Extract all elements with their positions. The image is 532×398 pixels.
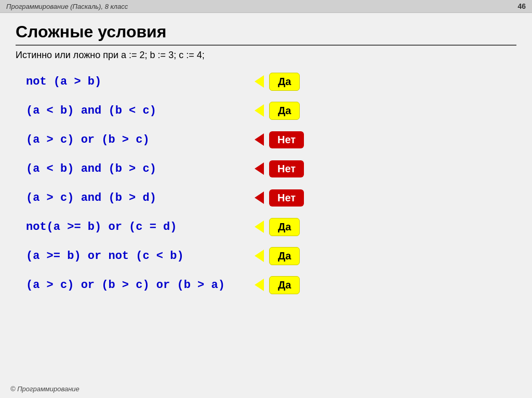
expressions-list: not (a > b)Да(a < b) and (b < c)Да(a > c…: [26, 68, 516, 298]
callout-arrow-5: Нет: [255, 189, 304, 207]
top-bar: Программирование (Паскаль), 8 класс 46: [0, 0, 532, 13]
callout-arrow-3: Нет: [255, 131, 304, 148]
callout-arrow-2: Да: [255, 102, 300, 120]
header-title: Программирование (Паскаль), 8 класс: [6, 3, 128, 10]
expression-row-2: (a < b) and (b < c)Да: [26, 97, 516, 124]
expression-text-5: (a > c) and (b > d): [26, 191, 255, 204]
expression-row-1: not (a > b)Да: [26, 68, 516, 95]
answer-badge-4: Нет: [269, 160, 304, 177]
expression-text-1: not (a > b): [26, 75, 255, 88]
expression-text-7: (a >= b) or not (c < b): [26, 250, 255, 263]
expression-text-2: (a < b) and (b < c): [26, 104, 255, 117]
slide-content: Сложные условия Истинно или ложно при a …: [0, 13, 532, 304]
slide-title: Сложные условия: [16, 22, 516, 46]
expression-text-6: not(a >= b) or (c = d): [26, 221, 255, 234]
slide: Программирование (Паскаль), 8 класс 46 С…: [0, 0, 532, 398]
answer-badge-7: Да: [269, 247, 300, 265]
expression-text-3: (a > c) or (b > c): [26, 133, 255, 146]
expression-text-8: (a > c) or (b > c) or (b > a): [26, 279, 255, 292]
answer-badge-2: Да: [269, 102, 300, 120]
callout-arrow-1: Да: [255, 73, 300, 91]
expression-text-4: (a < b) and (b > c): [26, 162, 255, 175]
callout-arrow-6: Да: [255, 218, 300, 236]
answer-badge-5: Нет: [269, 189, 304, 207]
slide-subtitle: Истинно или ложно при a := 2; b := 3; c …: [16, 50, 516, 61]
callout-arrow-8: Да: [255, 276, 300, 294]
expression-row-6: not(a >= b) or (c = d)Да: [26, 213, 516, 240]
expression-row-7: (a >= b) or not (c < b)Да: [26, 242, 516, 269]
expression-row-8: (a > c) or (b > c) or (b > a)Да: [26, 271, 516, 298]
answer-badge-6: Да: [269, 218, 300, 236]
page-number: 46: [517, 2, 526, 10]
expression-row-3: (a > c) or (b > c)Нет: [26, 126, 516, 153]
callout-arrow-4: Нет: [255, 160, 304, 177]
callout-arrow-7: Да: [255, 247, 300, 265]
answer-badge-3: Нет: [269, 131, 304, 148]
answer-badge-8: Да: [269, 276, 300, 294]
answer-badge-1: Да: [269, 73, 300, 91]
expression-row-4: (a < b) and (b > c)Нет: [26, 155, 516, 182]
footer-text: © Программирование: [10, 385, 79, 393]
expression-row-5: (a > c) and (b > d)Нет: [26, 184, 516, 211]
